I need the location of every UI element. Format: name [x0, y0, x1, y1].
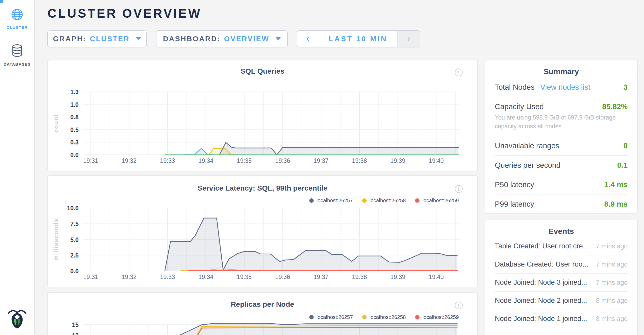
svg-text:0.5: 0.5	[70, 127, 79, 133]
svg-text:0.0: 0.0	[70, 152, 79, 158]
event-time: 7 mins ago	[596, 261, 628, 268]
svg-text:19:40: 19:40	[429, 274, 444, 280]
svg-text:19:36: 19:36	[275, 274, 290, 280]
svg-text:0.3: 0.3	[70, 139, 79, 146]
svg-text:19:34: 19:34	[198, 274, 214, 280]
summary-row-capacity-used: Capacity Used 85.82% You are using 598.9…	[495, 97, 628, 136]
event-time: 7 mins ago	[596, 242, 628, 250]
svg-text:19:38: 19:38	[352, 274, 367, 280]
svg-text:19:40: 19:40	[429, 157, 444, 164]
summary-row-queries-per-second: Queries per second 0.1	[495, 156, 628, 175]
event-text: Database Created: User roo...	[495, 260, 588, 268]
summary-value: 8.9 ms	[604, 200, 628, 208]
summary-value: 1.4 ms	[604, 180, 628, 189]
event-text: Table Created: User root cre...	[495, 242, 589, 250]
summary-label: P99 latency	[495, 200, 534, 208]
svg-text:7.5: 7.5	[70, 221, 79, 227]
event-row: Table Created: User root cre... 7 mins a…	[495, 237, 628, 255]
time-range-button[interactable]: LAST 10 MIN	[319, 31, 397, 47]
svg-text:10.0: 10.0	[67, 205, 79, 212]
svg-text:0.0: 0.0	[70, 268, 79, 275]
event-text: Node Joined: Node 2 joined...	[495, 297, 587, 305]
svg-text:13: 13	[72, 332, 79, 335]
event-row: Node Joined: Node 3 joined... 7 mins ago	[495, 274, 628, 292]
chevron-left-icon: ‹	[306, 32, 310, 44]
chevron-down-icon	[136, 37, 141, 40]
event-row: Node Joined: Node 1 joined... 8 mins ago	[495, 310, 628, 328]
svg-text:0.8: 0.8	[70, 114, 79, 121]
sql-queries-chart-panel: SQL Queries ! 0.00.30.50.81.01.319:3119:…	[47, 60, 478, 171]
summary-value: 0.1	[617, 161, 628, 170]
graph-dropdown[interactable]: GRAPH: CLUSTER	[47, 30, 147, 47]
svg-text:milliseconds: milliseconds	[53, 218, 59, 261]
events-title: Events	[485, 220, 637, 236]
summary-title: Summary	[485, 60, 637, 76]
sidebar-item-databases[interactable]: DATABASES	[0, 44, 34, 66]
summary-row-p50-latency: P50 latency 1.4 ms	[495, 175, 628, 194]
svg-text:1.0: 1.0	[70, 101, 79, 108]
svg-text:19:33: 19:33	[160, 157, 175, 164]
svg-text:19:35: 19:35	[237, 157, 252, 164]
view-nodes-list-link[interactable]: View nodes list	[540, 83, 590, 92]
sidebar-item-cluster[interactable]: CLUSTER	[0, 8, 34, 30]
graph-dropdown-label: GRAPH:	[53, 35, 86, 43]
summary-value: 0	[624, 142, 628, 150]
svg-text:1.3: 1.3	[70, 89, 79, 95]
event-row: Node Joined: Node 2 joined... 8 mins ago	[495, 292, 628, 310]
event-time: 8 mins ago	[596, 315, 628, 323]
summary-value: 85.82%	[602, 102, 628, 111]
event-text: Node Joined: Node 3 joined...	[495, 278, 587, 287]
globe-icon	[11, 8, 23, 22]
time-next-button[interactable]: ›	[397, 31, 420, 47]
chart-plot[interactable]: 0.02.55.07.510.019:3119:3219:3319:3419:3…	[48, 176, 478, 289]
event-time: 7 mins ago	[596, 279, 628, 286]
svg-text:count: count	[53, 114, 59, 133]
svg-text:19:33: 19:33	[160, 274, 175, 280]
summary-row-unavailable-ranges: Unavailable ranges 0	[495, 136, 628, 156]
svg-text:19:32: 19:32	[122, 157, 137, 164]
svg-text:19:36: 19:36	[275, 157, 290, 164]
database-icon	[11, 44, 23, 59]
time-range-picker: ‹ LAST 10 MIN ›	[297, 30, 420, 47]
chevron-down-icon	[276, 37, 281, 40]
svg-text:19:37: 19:37	[314, 274, 329, 280]
page-title: CLUSTER OVERVIEW	[47, 6, 202, 20]
svg-text:19:31: 19:31	[83, 157, 98, 164]
event-row: Database Created: User roo... 7 mins ago	[495, 255, 628, 274]
summary-label: Unavailable ranges	[495, 141, 559, 150]
svg-text:5.0: 5.0	[70, 236, 79, 243]
svg-text:15: 15	[72, 322, 79, 328]
summary-label: Total Nodes	[495, 83, 535, 92]
chart-plot[interactable]: 035810131519:3119:3219:3319:3419:3519:36…	[48, 293, 478, 335]
chevron-right-icon: ›	[407, 32, 410, 44]
time-prev-button[interactable]: ‹	[297, 31, 319, 47]
svg-text:19:39: 19:39	[390, 274, 406, 280]
sidebar: CLUSTER DATABASES	[0, 0, 35, 335]
summary-row-total-nodes: Total Nodes View nodes list 3	[495, 78, 628, 97]
events-panel: Events Table Created: User root cre... 7…	[485, 220, 638, 335]
dashboard-dropdown[interactable]: DASHBOARD: OVERVIEW	[156, 30, 288, 47]
summary-row-p99-latency: P99 latency 8.9 ms	[495, 194, 628, 214]
svg-text:19:32: 19:32	[122, 274, 137, 280]
summary-label: P50 latency	[495, 180, 534, 189]
svg-text:19:37: 19:37	[314, 157, 329, 164]
svg-text:19:39: 19:39	[390, 157, 406, 164]
summary-label: Queries per second	[495, 161, 560, 170]
service-latency-chart-panel: Service Latency: SQL, 99th percentile ! …	[47, 175, 478, 287]
svg-text:19:34: 19:34	[198, 157, 214, 164]
summary-panel: Summary Total Nodes View nodes list 3 Ca…	[485, 60, 638, 214]
capacity-subtext: You are using 598.9 GiB of 697.9 GiB sto…	[495, 113, 628, 131]
dashboard-dropdown-label: DASHBOARD:	[163, 35, 220, 43]
replicas-per-node-chart-panel: Replicas per Node ! localhost:26257local…	[47, 292, 478, 335]
svg-text:19:31: 19:31	[83, 274, 98, 280]
svg-text:19:38: 19:38	[352, 157, 367, 164]
summary-label: Capacity Used	[495, 102, 544, 111]
svg-text:19:35: 19:35	[237, 274, 252, 280]
svg-text:2.5: 2.5	[70, 252, 79, 259]
event-time: 8 mins ago	[596, 297, 628, 304]
cockroachdb-logo	[7, 309, 27, 330]
dashboard-dropdown-value: OVERVIEW	[224, 35, 269, 43]
chart-plot[interactable]: 0.00.30.50.81.01.319:3119:3219:3319:3419…	[48, 60, 478, 173]
sidebar-item-label: CLUSTER	[6, 25, 28, 30]
cluster-overview-page: CLUSTER DATABASES	[0, 0, 644, 335]
